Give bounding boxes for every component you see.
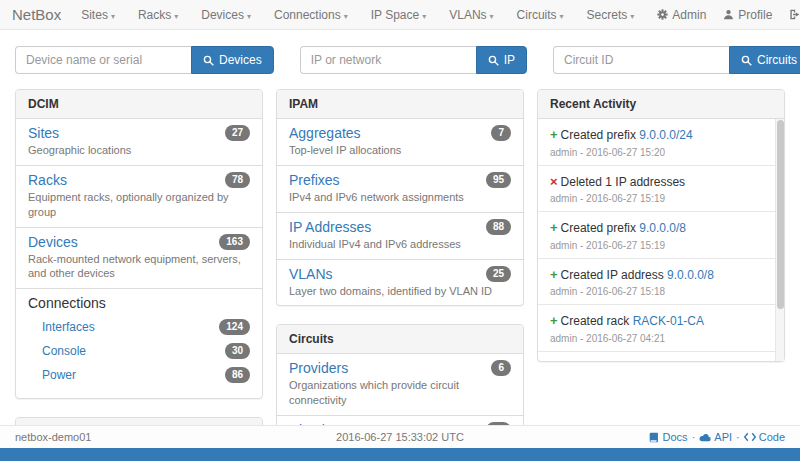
list-item-providers: Providers6 Organizations which provide c…	[277, 354, 523, 416]
circuit-search-group: Circuits	[553, 46, 800, 74]
power-link[interactable]: Power	[42, 368, 76, 382]
aggregates-count-badge: 7	[491, 125, 511, 141]
activity-meta: admin - 2016-06-27 15:19	[550, 193, 762, 204]
sub-row-power: Power86	[42, 367, 250, 383]
providers-count-badge: 6	[491, 360, 511, 376]
nav-item-racks[interactable]: Racks	[138, 8, 178, 22]
code-icon	[744, 432, 756, 442]
providers-link[interactable]: Providers	[289, 360, 348, 376]
interfaces-count-badge: 124	[219, 319, 250, 335]
prefixes-count-badge: 95	[486, 172, 511, 188]
gear-icon	[657, 9, 668, 20]
prefixes-link[interactable]: Prefixes	[289, 172, 340, 188]
profile-link[interactable]: Profile	[723, 8, 772, 22]
x-icon: ×	[550, 174, 558, 189]
dashboard-content: DCIM Sites27 Geographic locations Racks7…	[0, 74, 800, 461]
nav-item-secrets[interactable]: Secrets	[587, 8, 635, 22]
column-activity: Recent Activity +Created prefix 9.0.0.0/…	[537, 89, 785, 380]
ip-search-input[interactable]	[300, 46, 476, 74]
admin-link[interactable]: Admin	[657, 8, 706, 22]
dcim-panel-title: DCIM	[16, 90, 262, 119]
list-item-connections: Connections Interfaces124 Console30 Powe…	[16, 289, 262, 398]
plus-icon: +	[550, 220, 558, 235]
activity-scrollbar[interactable]	[775, 119, 784, 361]
aggregates-link[interactable]: Aggregates	[289, 125, 361, 141]
interfaces-link[interactable]: Interfaces	[42, 320, 95, 334]
navbar-right: Admin Profile Log out	[657, 8, 800, 22]
nav-item-vlans[interactable]: VLANs	[449, 8, 493, 22]
activity-meta: admin - 2016-06-27 15:19	[550, 240, 762, 251]
logout-icon	[789, 9, 800, 20]
racks-link[interactable]: Racks	[28, 172, 67, 188]
device-search-input[interactable]	[15, 46, 191, 74]
netbox-logo[interactable]: NetBox	[12, 6, 61, 23]
providers-description: Organizations which provide circuit conn…	[289, 378, 511, 408]
nav-item-connections[interactable]: Connections	[274, 8, 348, 22]
docs-link[interactable]: Docs	[649, 431, 688, 443]
logout-link[interactable]: Log out	[789, 8, 800, 22]
list-item-racks: Racks78 Equipment racks, optionally orga…	[16, 166, 262, 228]
sites-link[interactable]: Sites	[28, 125, 59, 141]
activity-row: +Created IP address 9.0.0.0/8 admin - 20…	[538, 259, 784, 306]
plus-icon: +	[550, 313, 558, 328]
sub-row-interfaces: Interfaces124	[42, 319, 250, 335]
recent-activity-title: Recent Activity	[538, 90, 784, 119]
column-ipam: IPAM Aggregates7 Top-level IP allocation…	[276, 89, 524, 461]
ip-search-button[interactable]: IP	[476, 46, 527, 74]
racks-description: Equipment racks, optionally organized by…	[28, 190, 250, 220]
activity-meta: admin - 2016-06-27 15:20	[550, 147, 762, 158]
api-link[interactable]: API	[699, 431, 732, 443]
activity-row: +Created prefix 9.0.0.0/8 admin - 2016-0…	[538, 212, 784, 259]
aggregates-description: Top-level IP allocations	[289, 143, 511, 158]
circuit-search-button[interactable]: Circuits	[729, 46, 800, 74]
activity-meta: admin - 2016-06-27 15:18	[550, 286, 762, 297]
code-link[interactable]: Code	[744, 431, 785, 443]
sites-description: Geographic locations	[28, 143, 250, 158]
devices-link[interactable]: Devices	[28, 234, 78, 250]
devices-count-badge: 163	[219, 234, 250, 250]
device-search-group: Devices	[15, 46, 274, 74]
search-icon	[203, 55, 214, 66]
nav-item-ip-space[interactable]: IP Space	[371, 8, 427, 22]
plus-icon: +	[550, 360, 558, 361]
navbar: NetBox Sites Racks Devices Connections I…	[0, 0, 800, 30]
dcim-panel: DCIM Sites27 Geographic locations Racks7…	[15, 89, 263, 399]
list-item-prefixes: Prefixes95 IPv4 and IPv6 network assignm…	[277, 166, 523, 213]
power-count-badge: 86	[225, 367, 250, 383]
search-icon	[741, 55, 752, 66]
list-item-vlans: VLANs25 Layer two domains, identified by…	[277, 260, 523, 306]
vlans-description: Layer two domains, identified by VLAN ID	[289, 284, 511, 299]
console-link[interactable]: Console	[42, 344, 86, 358]
activity-row: +Created prefix 9.0.0.0/24 admin - 2016-…	[538, 119, 784, 166]
activity-list: +Created prefix 9.0.0.0/24 admin - 2016-…	[538, 119, 784, 361]
activity-target-link[interactable]: 9.0.0.0/24	[639, 128, 692, 142]
list-item-sites: Sites27 Geographic locations	[16, 119, 262, 166]
nav-item-sites[interactable]: Sites	[81, 8, 115, 22]
nav-item-circuits[interactable]: Circuits	[517, 8, 564, 22]
nav-item-devices[interactable]: Devices	[201, 8, 251, 22]
circuit-search-input[interactable]	[553, 46, 729, 74]
activity-scrollbar-thumb[interactable]	[777, 120, 784, 309]
separator: ·	[736, 431, 740, 443]
activity-target-link[interactable]: 9.0.0.0/8	[639, 221, 686, 235]
footer-links: Docs · API · Code	[585, 431, 785, 443]
recent-activity-panel: Recent Activity +Created prefix 9.0.0.0/…	[537, 89, 785, 362]
list-item-aggregates: Aggregates7 Top-level IP allocations	[277, 119, 523, 166]
ip-addresses-link[interactable]: IP Addresses	[289, 219, 371, 235]
book-icon	[649, 432, 660, 443]
list-item-devices: Devices163 Rack-mounted network equipmen…	[16, 228, 262, 290]
footer-timestamp: 2016-06-27 15:33:02 UTC	[215, 431, 585, 443]
ipam-panel-title: IPAM	[277, 90, 523, 119]
activity-meta: admin - 2016-06-27 04:21	[550, 333, 762, 344]
ip-search-group: IP	[300, 46, 527, 74]
activity-target-link[interactable]: RACK-01-CA	[633, 314, 704, 328]
column-dcim: DCIM Sites27 Geographic locations Racks7…	[15, 89, 263, 461]
vlans-link[interactable]: VLANs	[289, 266, 333, 282]
activity-target-link[interactable]: 9.0.0.0/8	[667, 268, 714, 282]
cloud-icon	[699, 432, 711, 443]
activity-row: +Created rack RACK-01-CA admin - 2016-06…	[538, 305, 784, 352]
ipam-panel: IPAM Aggregates7 Top-level IP allocation…	[276, 89, 524, 306]
activity-row: +Created rack group Hawaii - CAGE-DH1-01…	[538, 352, 784, 361]
device-search-button[interactable]: Devices	[191, 46, 274, 74]
connections-heading: Connections	[28, 295, 250, 311]
